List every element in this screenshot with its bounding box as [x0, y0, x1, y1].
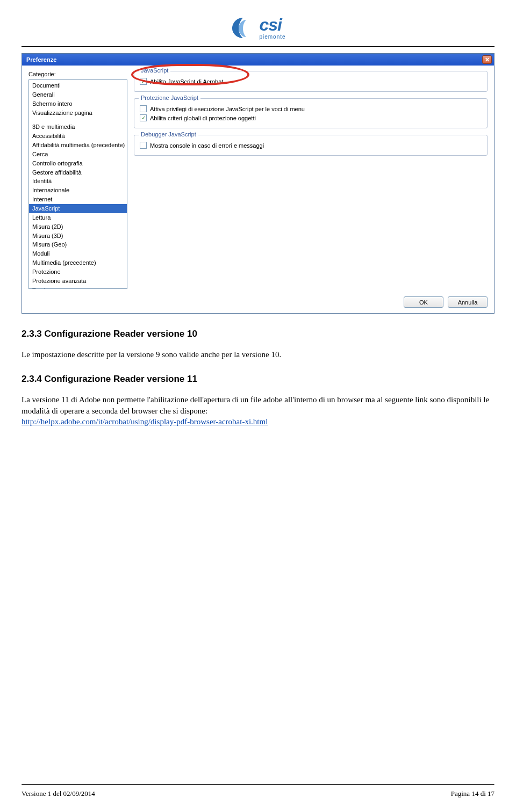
category-item[interactable]: Controllo ortografia [29, 159, 127, 168]
category-item[interactable]: Tracker [29, 286, 127, 289]
fieldset-protection-legend: Protezione JavaScript [139, 95, 200, 101]
section-heading-234: 2.3.4 Configurazione Reader versione 11 [22, 374, 494, 385]
checkbox-global-criteria[interactable]: ✓ [140, 114, 147, 121]
section-body-234: La versione 11 di Adobe non permette l'a… [22, 394, 494, 427]
cancel-button[interactable]: Annulla [448, 296, 488, 308]
category-item[interactable]: Identità [29, 177, 127, 186]
footer-page-number: Pagina 14 di 17 [451, 789, 494, 798]
category-item[interactable]: JavaScript [29, 204, 127, 213]
logo-subbrand-text: piemonte [259, 34, 285, 40]
header-separator [22, 46, 494, 47]
footer-separator [22, 784, 494, 785]
category-item[interactable]: Internazionale [29, 186, 127, 195]
ok-button[interactable]: OK [404, 296, 443, 308]
category-item[interactable]: Accessibilità [29, 132, 127, 141]
category-item[interactable]: Protezione [29, 267, 127, 277]
close-icon[interactable]: ✕ [482, 55, 492, 64]
category-item[interactable]: Schermo intero [29, 99, 127, 108]
checkbox-menu-privileges-label: Attiva privilegi di esecuzione JavaScrip… [150, 106, 305, 112]
category-item[interactable]: Protezione avanzata [29, 277, 127, 286]
fieldset-javascript-legend: JavaScript [139, 67, 170, 74]
category-item[interactable]: Internet [29, 195, 127, 204]
category-item[interactable]: Cerca [29, 150, 127, 159]
dialog-titlebar: Preferenze ✕ [22, 54, 494, 66]
category-item[interactable]: Gestore affidabilità [29, 168, 127, 177]
categories-label: Categorie: [28, 71, 127, 77]
preferences-dialog: Preferenze ✕ Categorie: DocumentiGeneral… [22, 53, 494, 314]
category-item[interactable]: Affidabilità multimedia (precedente) [29, 141, 127, 150]
helpx-link[interactable]: http://helpx.adobe.com/it/acrobat/using/… [22, 417, 268, 426]
checkbox-show-console-label: Mostra console in caso di errori e messa… [150, 142, 264, 149]
checkbox-menu-privileges[interactable] [140, 105, 147, 112]
category-item[interactable]: Visualizzazione pagina [29, 108, 127, 118]
category-item[interactable]: Multimedia (precedente) [29, 258, 127, 267]
category-item[interactable]: Generali [29, 90, 127, 99]
footer-version: Versione 1 del 02/09/2014 [22, 789, 95, 798]
checkbox-enable-js-label: Abilita JavaScript di Acrobat [150, 78, 223, 85]
category-item[interactable]: Moduli [29, 249, 127, 258]
checkbox-enable-js[interactable]: ✓ [140, 78, 147, 85]
checkbox-global-criteria-label: Abilita criteri globali di protezione og… [150, 115, 256, 121]
category-item[interactable]: Misura (3D) [29, 231, 127, 241]
dialog-title-text: Preferenze [26, 56, 56, 63]
brand-logo: csi piemonte [22, 16, 494, 41]
category-item[interactable]: Misura (2D) [29, 222, 127, 231]
section-heading-233: 2.3.3 Configurazione Reader versione 10 [22, 329, 494, 339]
logo-icon [230, 17, 256, 39]
category-item[interactable]: 3D e multimedia [29, 122, 127, 132]
checkbox-show-console[interactable] [140, 142, 147, 149]
categories-listbox[interactable]: DocumentiGeneraliSchermo interoVisualizz… [28, 79, 127, 289]
fieldset-debugger-legend: Debugger JavaScript [139, 131, 198, 137]
category-item[interactable]: Lettura [29, 213, 127, 222]
category-item[interactable]: Misura (Geo) [29, 240, 127, 249]
category-item[interactable]: Documenti [29, 81, 127, 90]
section-body-233: Le impostazione descritte per la version… [22, 349, 494, 360]
logo-brand-text: csi [259, 16, 281, 33]
